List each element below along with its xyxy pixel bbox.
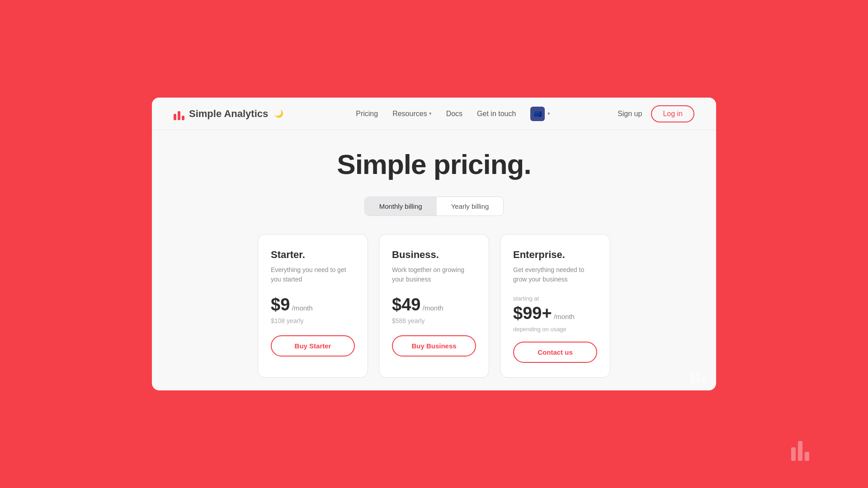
main-container: Simple Analytics 🌙 Pricing Resources ▾ D… [152,98,716,390]
moon-icon: 🌙 [274,109,283,118]
sign-up-link[interactable]: Sign up [618,110,642,118]
enterprise-card-desc: Get everything needed to grow your busin… [513,265,597,284]
logo-area: Simple Analytics 🌙 [174,108,283,120]
bg-bar-3 [805,452,809,461]
nav-links: Pricing Resources ▾ Docs Get in touch 🇪🇺… [356,107,618,121]
bg-bar-chart [791,441,809,461]
content-area: Simple pricing. Monthly billing Yearly b… [152,130,716,390]
corner-bar-2 [696,370,700,383]
nav-resources-label: Resources [392,110,427,118]
bg-bar-2 [798,441,802,461]
business-card-desc: Work together on growing your business [392,265,476,284]
log-in-button[interactable]: Log in [651,105,694,122]
business-yearly-price: $588 yearly [392,317,476,324]
yearly-billing-button[interactable]: Yearly billing [437,197,504,216]
starter-card-desc: Everything you need to get you started [271,265,355,284]
nav-actions: Sign up Log in [618,105,694,122]
eu-selector[interactable]: 🇪🇺 ▾ [530,107,550,121]
enterprise-price-area: $99+ /month [513,304,597,323]
buy-starter-button[interactable]: Buy Starter [271,335,355,357]
corner-decoration [691,370,705,383]
business-card: Business. Work together on growing your … [379,234,489,378]
chevron-down-icon: ▾ [429,111,432,117]
eu-flag-badge: 🇪🇺 [530,107,545,121]
starter-yearly-price: $108 yearly [271,317,355,324]
nav-docs[interactable]: Docs [446,110,462,118]
enterprise-card-title: Enterprise. [513,249,597,261]
contact-us-button[interactable]: Contact us [513,342,597,363]
logo-bar-2 [178,111,180,120]
nav-get-in-touch[interactable]: Get in touch [477,110,516,118]
corner-bar-1 [691,374,694,383]
nav-get-in-touch-label: Get in touch [477,110,516,118]
billing-toggle: Monthly billing Yearly billing [364,197,504,216]
enterprise-starting-label: starting at [513,295,597,302]
starter-card-title: Starter. [271,249,355,261]
enterprise-price-note: depending on usage [513,326,597,333]
pricing-cards: Starter. Everything you need to get you … [174,234,694,378]
page-title: Simple pricing. [337,148,531,180]
logo-bar-3 [182,116,184,120]
starter-price: $9 [271,295,290,314]
navbar: Simple Analytics 🌙 Pricing Resources ▾ D… [152,98,716,130]
business-price-area: $49 /month [392,295,476,314]
starter-price-per: /month [292,304,313,312]
business-price-per: /month [423,304,443,312]
logo-icon [174,108,184,120]
starter-price-area: $9 /month [271,295,355,314]
logo-text: Simple Analytics [189,108,268,120]
corner-bar-3 [702,377,705,383]
eu-chevron-icon: ▾ [547,111,550,117]
nav-pricing-label: Pricing [356,110,378,118]
nav-docs-label: Docs [446,110,462,118]
logo-bar-1 [174,114,176,120]
eu-flag-icon: 🇪🇺 [534,110,542,117]
nav-pricing[interactable]: Pricing [356,110,378,118]
enterprise-price-per: /month [554,313,575,320]
starter-card: Starter. Everything you need to get you … [258,234,368,378]
enterprise-price: $99+ [513,304,552,323]
monthly-billing-button[interactable]: Monthly billing [365,197,437,216]
business-card-title: Business. [392,249,476,261]
buy-business-button[interactable]: Buy Business [392,335,476,357]
enterprise-card: Enterprise. Get everything needed to gro… [500,234,610,378]
business-price: $49 [392,295,420,314]
nav-resources[interactable]: Resources ▾ [392,110,431,118]
bg-bar-1 [791,447,796,461]
